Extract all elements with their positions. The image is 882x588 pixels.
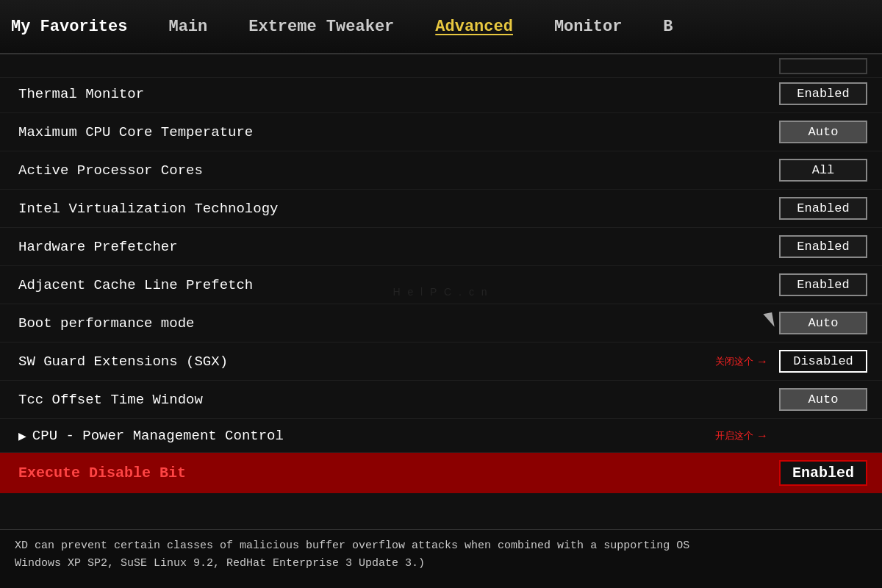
setting-row-cpu-power[interactable]: ▶ CPU - Power Management Control 开启这个 → xyxy=(0,419,882,453)
max-cpu-temp-label: Maximum CPU Core Temperature xyxy=(18,124,253,140)
nav-item-advanced[interactable]: Advanced xyxy=(415,0,534,53)
cpu-power-label: CPU - Power Management Control xyxy=(32,428,284,444)
nav-label-advanced: Advanced xyxy=(435,18,513,36)
execute-annotation-text: 开启这个 xyxy=(715,429,753,442)
setting-row-hw-prefetcher[interactable]: Hardware Prefetcher Enabled xyxy=(0,228,882,266)
partial-value xyxy=(779,58,867,74)
setting-row-intel-vt[interactable]: Intel Virtualization Technology Enabled xyxy=(0,190,882,228)
setting-row-max-cpu-temp[interactable]: Maximum CPU Core Temperature Auto xyxy=(0,113,882,151)
intel-vt-label: Intel Virtualization Technology xyxy=(18,201,278,217)
submenu-arrow-icon: ▶ xyxy=(18,428,26,444)
intel-vt-value[interactable]: Enabled xyxy=(779,197,867,220)
sgx-label: SW Guard Extensions (SGX) xyxy=(18,354,228,370)
tcc-offset-label: Tcc Offset Time Window xyxy=(18,392,203,408)
nav-item-monitor[interactable]: Monitor xyxy=(534,0,642,53)
execute-annotation-arrow: → xyxy=(756,429,768,442)
boot-perf-label: Boot performance mode xyxy=(18,315,194,331)
setting-row-execute-disable[interactable]: Execute Disable Bit Enabled xyxy=(0,453,882,493)
sgx-annotation-arrow: → xyxy=(756,355,768,368)
active-cores-label: Active Processor Cores xyxy=(18,162,203,179)
max-cpu-temp-value[interactable]: Auto xyxy=(779,121,867,143)
sgx-value[interactable]: Disabled xyxy=(779,350,867,373)
thermal-monitor-label: Thermal Monitor xyxy=(18,86,144,102)
execute-disable-label: Execute Disable Bit xyxy=(18,465,186,481)
setting-row-tcc-offset[interactable]: Tcc Offset Time Window Auto xyxy=(0,381,882,419)
setting-row-active-cores[interactable]: Active Processor Cores All xyxy=(0,151,882,190)
active-cores-value[interactable]: All xyxy=(779,159,867,182)
thermal-monitor-value[interactable]: Enabled xyxy=(779,82,867,105)
partial-row xyxy=(0,54,882,78)
setting-row-thermal-monitor[interactable]: Thermal Monitor Enabled xyxy=(0,78,882,113)
nav-label-monitor: Monitor xyxy=(554,18,622,36)
settings-list: Thermal Monitor Enabled Maximum CPU Core… xyxy=(0,78,882,493)
nav-label-main: Main xyxy=(168,18,207,36)
boot-perf-value[interactable]: Auto xyxy=(779,312,867,334)
nav-label-boot: B xyxy=(663,18,673,36)
nav-item-main[interactable]: Main xyxy=(148,0,228,53)
execute-disable-value[interactable]: Enabled xyxy=(779,460,867,486)
setting-row-sgx[interactable]: SW Guard Extensions (SGX) 关闭这个 → Disable… xyxy=(0,343,882,381)
setting-row-boot-perf[interactable]: Boot performance mode Auto xyxy=(0,304,882,343)
nav-item-favorites[interactable]: My Favorites xyxy=(7,0,148,53)
bottom-bar: XD can prevent certain classes of malici… xyxy=(0,529,882,588)
hw-prefetcher-label: Hardware Prefetcher xyxy=(18,239,178,255)
hw-prefetcher-value[interactable]: Enabled xyxy=(779,235,867,258)
nav-label-favorites: My Favorites xyxy=(11,18,127,36)
adjacent-cache-label: Adjacent Cache Line Prefetch xyxy=(18,277,253,293)
tcc-offset-value[interactable]: Auto xyxy=(779,388,867,411)
top-navigation: My Favorites Main Extreme Tweaker Advanc… xyxy=(0,0,882,54)
setting-row-adjacent-cache[interactable]: Adjacent Cache Line Prefetch Enabled xyxy=(0,266,882,304)
adjacent-cache-value[interactable]: Enabled xyxy=(779,273,867,296)
nav-item-boot[interactable]: B xyxy=(642,0,693,53)
nav-label-extreme-tweaker: Extreme Tweaker xyxy=(248,18,394,36)
mouse-cursor xyxy=(763,312,774,329)
sgx-annotation-text: 关闭这个 xyxy=(715,355,753,368)
bottom-line2: Windows XP SP2, SuSE Linux 9.2, RedHat E… xyxy=(15,555,867,573)
nav-item-extreme-tweaker[interactable]: Extreme Tweaker xyxy=(228,0,415,53)
bottom-line1: XD can prevent certain classes of malici… xyxy=(15,537,867,555)
